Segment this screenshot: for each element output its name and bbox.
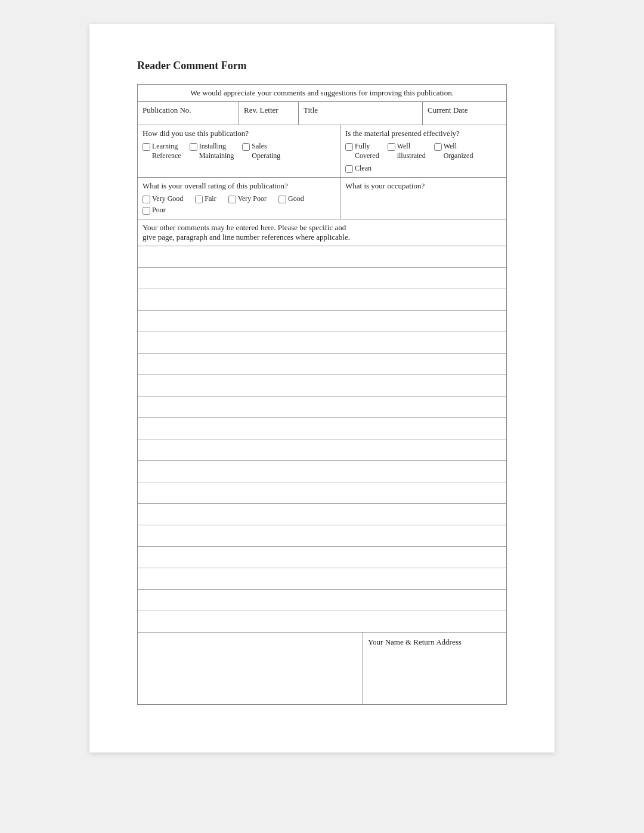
rev-letter-label: Rev. Letter <box>244 106 278 114</box>
comment-line[interactable] <box>138 525 506 547</box>
comment-line[interactable] <box>138 354 506 375</box>
bottom-left-area <box>138 633 363 704</box>
checkbox-learning-input[interactable] <box>143 143 150 151</box>
current-date-label: Current Date <box>428 106 468 114</box>
checkbox-sales-input[interactable] <box>242 143 250 151</box>
comment-line[interactable] <box>138 482 506 504</box>
checkbox-well-organized-label: WellOrganized <box>444 142 473 160</box>
checkbox-sales-label: SalesOperating <box>252 142 280 160</box>
checkbox-good-label: Good <box>288 194 304 204</box>
material-options: FullyCovered Wellillustrated WellOrganiz… <box>345 142 501 174</box>
comments-header: Your other comments may be entered here.… <box>138 219 506 246</box>
form-header-row: We would appreciate your comments and su… <box>138 85 506 102</box>
comment-line[interactable] <box>138 461 506 482</box>
rev-letter-cell: Rev. Letter <box>239 102 299 125</box>
how-used-cell: How did you use this publication? Learni… <box>138 125 340 177</box>
checkbox-fair-label: Fair <box>205 194 216 204</box>
checkbox-clean[interactable]: Clean <box>345 164 371 174</box>
comment-line[interactable] <box>138 590 506 611</box>
checkbox-learning[interactable]: LearningReference <box>143 142 181 160</box>
comment-line[interactable] <box>138 439 506 461</box>
checkbox-installing-label: InstallingMaintaining <box>199 142 234 160</box>
comment-line[interactable] <box>138 504 506 525</box>
checkbox-good[interactable]: Good <box>278 194 304 204</box>
comment-line[interactable] <box>138 568 506 590</box>
rating-row: What is your overall rating of this publ… <box>138 178 506 219</box>
checkbox-poor-label: Poor <box>152 206 166 215</box>
comment-line[interactable] <box>138 547 506 568</box>
rating-options: Very Good Fair Very Poor Good <box>143 194 335 215</box>
checkbox-very-good-input[interactable] <box>143 196 150 203</box>
comment-line[interactable] <box>138 418 506 439</box>
pub-no-cell: Publication No. <box>138 102 239 125</box>
how-used-options: LearningReference InstallingMaintaining … <box>143 142 335 160</box>
checkbox-fair[interactable]: Fair <box>195 194 216 204</box>
comment-line[interactable] <box>138 311 506 332</box>
material-label: Is the material presented effectively? <box>345 129 501 138</box>
occupation-label: What is your occupation? <box>345 181 501 191</box>
checkbox-very-good-label: Very Good <box>152 194 183 204</box>
how-used-label: How did you use this publication? <box>143 129 335 138</box>
return-address-label: Your Name & Return Address <box>368 637 501 647</box>
comment-line[interactable] <box>138 268 506 289</box>
checkbox-very-poor[interactable]: Very Poor <box>228 194 267 204</box>
rating-label: What is your overall rating of this publ… <box>143 181 335 191</box>
title-cell: Title <box>299 102 423 125</box>
checkbox-poor-input[interactable] <box>143 207 150 215</box>
comment-line[interactable] <box>138 246 506 268</box>
checkbox-well-organized[interactable]: WellOrganized <box>434 142 473 160</box>
comment-line[interactable] <box>138 397 506 418</box>
pub-row: Publication No. Rev. Letter Title Curren… <box>138 102 506 125</box>
checkbox-well-illustrated[interactable]: Wellillustrated <box>388 142 426 160</box>
checkbox-installing-input[interactable] <box>190 143 197 151</box>
comments-header-line1: Your other comments may be entered here.… <box>143 223 501 233</box>
bottom-section: Your Name & Return Address <box>138 633 506 704</box>
page: Reader Comment Form We would appreciate … <box>89 24 555 753</box>
rating-cell: What is your overall rating of this publ… <box>138 178 340 219</box>
occupation-cell: What is your occupation? <box>340 178 506 219</box>
checkbox-well-organized-input[interactable] <box>434 143 442 151</box>
checkbox-well-illustrated-input[interactable] <box>388 143 395 151</box>
checkbox-very-good[interactable]: Very Good <box>143 194 183 204</box>
current-date-cell: Current Date <box>423 102 506 125</box>
comment-line[interactable] <box>138 611 506 633</box>
title-label: Title <box>304 106 318 114</box>
checkbox-learning-label: LearningReference <box>152 142 181 160</box>
checkbox-fully-covered-label: FullyCovered <box>355 142 379 160</box>
checkbox-clean-input[interactable] <box>345 165 353 173</box>
comment-line[interactable] <box>138 375 506 397</box>
material-cell: Is the material presented effectively? F… <box>340 125 506 177</box>
header-text: We would appreciate your comments and su… <box>190 88 454 97</box>
comment-lines-section <box>138 246 506 633</box>
checkbox-good-input[interactable] <box>278 196 286 203</box>
return-address-cell: Your Name & Return Address <box>363 633 506 704</box>
how-used-row: How did you use this publication? Learni… <box>138 125 506 178</box>
checkbox-well-illustrated-label: Wellillustrated <box>397 142 426 160</box>
checkbox-fully-covered[interactable]: FullyCovered <box>345 142 379 160</box>
checkbox-very-poor-input[interactable] <box>228 196 236 203</box>
page-title: Reader Comment Form <box>137 60 507 72</box>
checkbox-installing[interactable]: InstallingMaintaining <box>190 142 234 160</box>
checkbox-fair-input[interactable] <box>195 196 203 203</box>
reader-comment-form: We would appreciate your comments and su… <box>137 84 507 705</box>
checkbox-clean-label: Clean <box>355 164 371 174</box>
comments-header-line2: give page, paragraph and line number ref… <box>143 233 501 242</box>
checkbox-fully-covered-input[interactable] <box>345 143 353 151</box>
comment-line[interactable] <box>138 332 506 354</box>
comment-line[interactable] <box>138 289 506 311</box>
checkbox-poor[interactable]: Poor <box>143 206 166 215</box>
checkbox-very-poor-label: Very Poor <box>238 194 267 204</box>
pub-no-label: Publication No. <box>143 106 191 114</box>
checkbox-sales[interactable]: SalesOperating <box>242 142 280 160</box>
